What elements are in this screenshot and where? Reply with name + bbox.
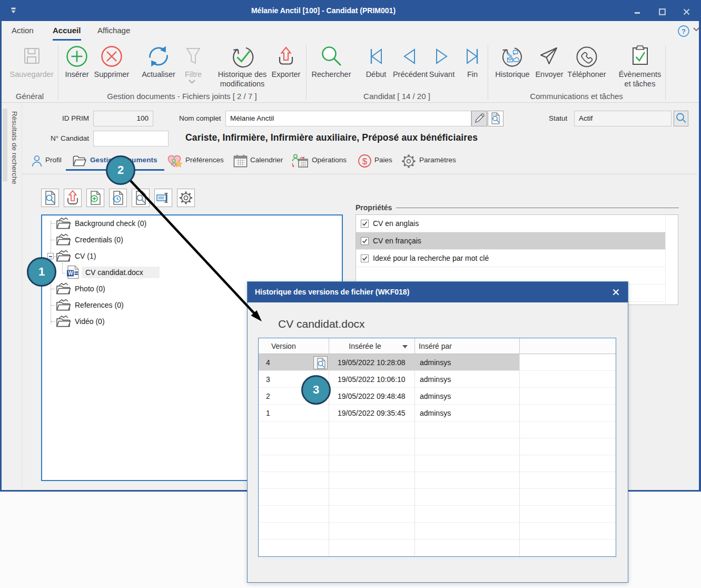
- svg-text:$: $: [362, 156, 368, 166]
- svg-text:W: W: [68, 270, 73, 276]
- svg-text:?: ?: [682, 27, 686, 35]
